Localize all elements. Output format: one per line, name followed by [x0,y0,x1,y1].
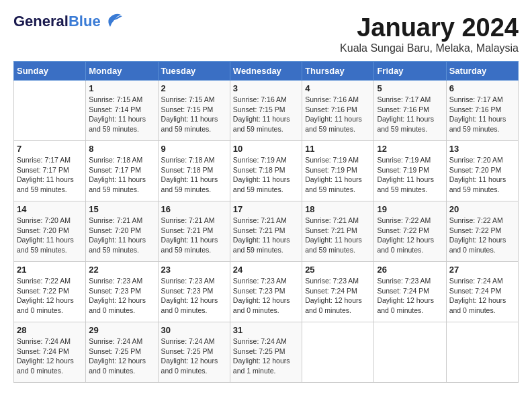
day-info: Sunrise: 7:23 AMSunset: 7:24 PMDaylight:… [305,276,371,316]
day-number: 22 [89,265,154,275]
calendar-cell: 25Sunrise: 7:23 AMSunset: 7:24 PMDayligh… [302,262,374,322]
day-number: 3 [233,83,299,93]
calendar-cell: 31Sunrise: 7:24 AMSunset: 7:25 PMDayligh… [230,322,302,383]
day-info: Sunrise: 7:18 AMSunset: 7:17 PMDaylight:… [89,155,154,195]
day-info: Sunrise: 7:24 AMSunset: 7:25 PMDaylight:… [161,336,227,376]
day-number: 30 [161,325,227,335]
logo-bird-icon [102,9,124,28]
day-number: 15 [89,204,154,214]
calendar-cell [374,322,446,383]
day-info: Sunrise: 7:23 AMSunset: 7:23 PMDaylight:… [161,276,227,316]
calendar-cell: 18Sunrise: 7:21 AMSunset: 7:21 PMDayligh… [302,201,374,262]
day-info: Sunrise: 7:22 AMSunset: 7:22 PMDaylight:… [449,216,515,255]
day-number: 26 [377,265,443,275]
day-info: Sunrise: 7:21 AMSunset: 7:20 PMDaylight:… [89,216,154,255]
calendar-cell: 4Sunrise: 7:16 AMSunset: 7:16 PMDaylight… [302,81,374,141]
day-number: 21 [17,265,83,275]
calendar-cell: 10Sunrise: 7:19 AMSunset: 7:18 PMDayligh… [230,141,302,201]
calendar-cell: 5Sunrise: 7:17 AMSunset: 7:16 PMDaylight… [374,81,446,141]
calendar-cell: 3Sunrise: 7:16 AMSunset: 7:15 PMDaylight… [230,81,302,141]
calendar-cell [302,322,374,383]
day-number: 4 [305,83,371,93]
month-title: January 2024 [340,13,519,42]
day-info: Sunrise: 7:21 AMSunset: 7:21 PMDaylight:… [233,216,299,255]
calendar-cell: 24Sunrise: 7:23 AMSunset: 7:23 PMDayligh… [230,262,302,322]
calendar-cell: 16Sunrise: 7:21 AMSunset: 7:21 PMDayligh… [158,201,230,262]
calendar-cell: 6Sunrise: 7:17 AMSunset: 7:16 PMDaylight… [446,81,518,141]
day-info: Sunrise: 7:19 AMSunset: 7:19 PMDaylight:… [377,155,443,195]
calendar-cell: 21Sunrise: 7:22 AMSunset: 7:22 PMDayligh… [14,262,86,322]
day-info: Sunrise: 7:23 AMSunset: 7:24 PMDaylight:… [377,276,443,316]
day-number: 17 [233,204,299,214]
day-number: 9 [161,144,227,154]
day-number: 16 [161,204,227,214]
day-info: Sunrise: 7:21 AMSunset: 7:21 PMDaylight:… [161,216,227,255]
day-info: Sunrise: 7:24 AMSunset: 7:24 PMDaylight:… [17,336,83,376]
calendar-cell: 11Sunrise: 7:19 AMSunset: 7:19 PMDayligh… [302,141,374,201]
day-info: Sunrise: 7:22 AMSunset: 7:22 PMDaylight:… [17,276,83,316]
day-number: 20 [449,204,515,214]
week-row-2: 7Sunrise: 7:17 AMSunset: 7:17 PMDaylight… [14,141,519,201]
day-number: 19 [377,204,443,214]
day-number: 25 [305,265,371,275]
day-number: 28 [17,325,83,335]
day-info: Sunrise: 7:19 AMSunset: 7:18 PMDaylight:… [233,155,299,195]
calendar-cell: 30Sunrise: 7:24 AMSunset: 7:25 PMDayligh… [158,322,230,383]
day-number: 1 [89,83,154,93]
col-header-wednesday: Wednesday [230,62,302,81]
logo: GeneralBlue [13,13,124,30]
day-number: 10 [233,144,299,154]
week-row-5: 28Sunrise: 7:24 AMSunset: 7:24 PMDayligh… [14,322,519,383]
calendar-cell: 8Sunrise: 7:18 AMSunset: 7:17 PMDaylight… [86,141,158,201]
day-number: 23 [161,265,227,275]
week-row-4: 21Sunrise: 7:22 AMSunset: 7:22 PMDayligh… [14,262,519,322]
day-info: Sunrise: 7:21 AMSunset: 7:21 PMDaylight:… [305,216,371,255]
header-row: SundayMondayTuesdayWednesdayThursdayFrid… [14,62,519,81]
day-info: Sunrise: 7:22 AMSunset: 7:22 PMDaylight:… [377,216,443,255]
calendar-cell: 9Sunrise: 7:18 AMSunset: 7:18 PMDaylight… [158,141,230,201]
day-info: Sunrise: 7:17 AMSunset: 7:16 PMDaylight:… [449,95,515,134]
calendar-cell: 2Sunrise: 7:15 AMSunset: 7:15 PMDaylight… [158,81,230,141]
calendar-cell: 20Sunrise: 7:22 AMSunset: 7:22 PMDayligh… [446,201,518,262]
day-info: Sunrise: 7:20 AMSunset: 7:20 PMDaylight:… [449,155,515,195]
logo-general: GeneralBlue [13,13,101,30]
week-row-3: 14Sunrise: 7:20 AMSunset: 7:20 PMDayligh… [14,201,519,262]
calendar-cell: 26Sunrise: 7:23 AMSunset: 7:24 PMDayligh… [374,262,446,322]
day-info: Sunrise: 7:15 AMSunset: 7:14 PMDaylight:… [89,95,154,134]
calendar-cell: 17Sunrise: 7:21 AMSunset: 7:21 PMDayligh… [230,201,302,262]
calendar-cell: 27Sunrise: 7:24 AMSunset: 7:24 PMDayligh… [446,262,518,322]
calendar-cell: 13Sunrise: 7:20 AMSunset: 7:20 PMDayligh… [446,141,518,201]
day-info: Sunrise: 7:16 AMSunset: 7:16 PMDaylight:… [305,95,371,134]
calendar-cell: 14Sunrise: 7:20 AMSunset: 7:20 PMDayligh… [14,201,86,262]
day-number: 29 [89,325,154,335]
day-number: 5 [377,83,443,93]
calendar-cell: 19Sunrise: 7:22 AMSunset: 7:22 PMDayligh… [374,201,446,262]
day-number: 18 [305,204,371,214]
calendar-cell: 12Sunrise: 7:19 AMSunset: 7:19 PMDayligh… [374,141,446,201]
calendar-table: SundayMondayTuesdayWednesdayThursdayFrid… [13,61,519,383]
day-info: Sunrise: 7:24 AMSunset: 7:24 PMDaylight:… [449,276,515,316]
day-info: Sunrise: 7:19 AMSunset: 7:19 PMDaylight:… [305,155,371,195]
day-number: 13 [449,144,515,154]
day-number: 12 [377,144,443,154]
col-header-saturday: Saturday [446,62,518,81]
day-number: 31 [233,325,299,335]
day-info: Sunrise: 7:18 AMSunset: 7:18 PMDaylight:… [161,155,227,195]
day-number: 8 [89,144,154,154]
col-header-sunday: Sunday [14,62,86,81]
day-number: 11 [305,144,371,154]
calendar-cell [14,81,86,141]
week-row-1: 1Sunrise: 7:15 AMSunset: 7:14 PMDaylight… [14,81,519,141]
day-number: 2 [161,83,227,93]
title-block: January 2024 Kuala Sungai Baru, Melaka, … [340,13,519,54]
day-number: 24 [233,265,299,275]
location-text: Kuala Sungai Baru, Melaka, Malaysia [340,42,519,54]
calendar-cell: 1Sunrise: 7:15 AMSunset: 7:14 PMDaylight… [86,81,158,141]
calendar-cell: 29Sunrise: 7:24 AMSunset: 7:25 PMDayligh… [86,322,158,383]
calendar-cell: 22Sunrise: 7:23 AMSunset: 7:23 PMDayligh… [86,262,158,322]
calendar-cell: 23Sunrise: 7:23 AMSunset: 7:23 PMDayligh… [158,262,230,322]
col-header-tuesday: Tuesday [158,62,230,81]
calendar-cell: 28Sunrise: 7:24 AMSunset: 7:24 PMDayligh… [14,322,86,383]
calendar-cell: 7Sunrise: 7:17 AMSunset: 7:17 PMDaylight… [14,141,86,201]
page-header: GeneralBlue January 2024 Kuala Sungai Ba… [13,13,519,54]
